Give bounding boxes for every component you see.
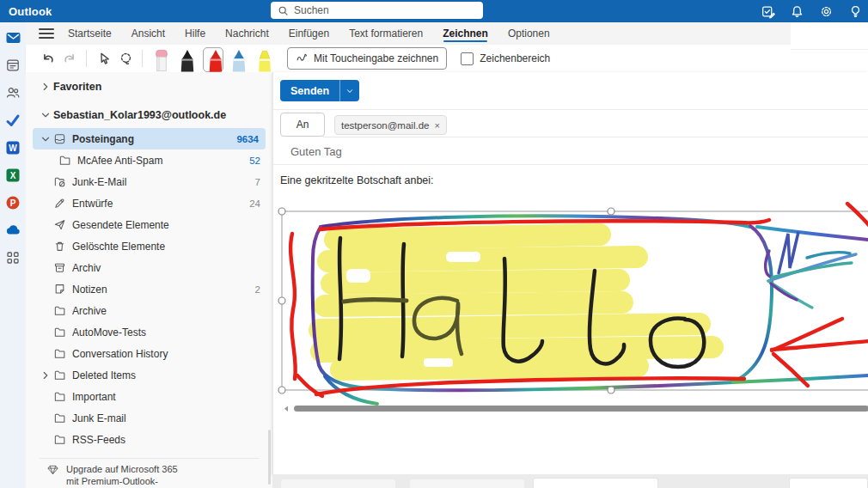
toolbar-separator bbox=[142, 50, 143, 67]
upgrade-text: Upgrade auf Microsoft 365 mit Premium-Ou… bbox=[66, 463, 178, 487]
search-icon bbox=[278, 5, 289, 16]
folder-icon bbox=[53, 390, 72, 403]
chevron-right-icon[interactable] bbox=[40, 81, 53, 93]
search-input[interactable]: Suchen bbox=[271, 2, 483, 19]
canvas-checkbox[interactable]: Zeichenbereich bbox=[461, 52, 550, 65]
background-button bbox=[410, 479, 524, 488]
touch-draw-button[interactable]: Mit Toucheingabe zeichnen bbox=[287, 47, 447, 70]
folder-label: Archiv bbox=[72, 262, 260, 274]
folder-icon bbox=[58, 154, 77, 167]
unread-count: 52 bbox=[249, 156, 260, 166]
yellow-highlighter-tool[interactable] bbox=[254, 48, 275, 72]
ribbon-tab-row: StartseiteAnsichtHilfeNachrichtEinfügenT… bbox=[26, 22, 791, 45]
drafts-icon bbox=[53, 197, 72, 210]
hamburger-menu-icon[interactable] bbox=[39, 28, 54, 39]
undo-button[interactable] bbox=[36, 47, 58, 70]
tab-nachricht[interactable]: Nachricht bbox=[225, 22, 269, 45]
upgrade-link[interactable]: Upgrade auf Microsoft 365 mit Premium-Ou… bbox=[46, 463, 178, 487]
unread-count: 9634 bbox=[236, 134, 259, 144]
chevron-down-icon[interactable] bbox=[40, 109, 53, 121]
background-button bbox=[281, 479, 395, 488]
eraser-tool[interactable] bbox=[151, 48, 172, 72]
folder-item-archive[interactable]: Archive bbox=[26, 300, 272, 321]
background-button bbox=[533, 478, 658, 488]
powerpoint-icon[interactable]: P bbox=[4, 194, 21, 210]
toolbar-separator bbox=[86, 50, 87, 67]
tab-zeichnen[interactable]: Zeichnen bbox=[443, 22, 488, 45]
chevron-right-icon[interactable] bbox=[40, 369, 53, 381]
folder-icon bbox=[53, 412, 72, 424]
tab-einfügen[interactable]: Einfügen bbox=[289, 22, 329, 45]
folder-icon bbox=[53, 326, 72, 339]
account-section[interactable]: Sebastian_Kolar1993@outlook.de bbox=[26, 104, 272, 126]
folder-label: Important bbox=[72, 391, 260, 403]
folder-label: Posteingang bbox=[72, 133, 236, 145]
excel-icon[interactable]: X bbox=[4, 167, 21, 183]
tab-ansicht[interactable]: Ansicht bbox=[131, 22, 165, 45]
todo-icon[interactable] bbox=[4, 112, 21, 128]
top-bar: Outlook Suchen bbox=[0, 0, 868, 22]
folder-item-entw-rfe[interactable]: Entwürfe24 bbox=[26, 192, 272, 214]
folder-item-deleted-items[interactable]: Deleted Items bbox=[26, 364, 272, 386]
folder-label: Conversation History bbox=[72, 348, 260, 360]
galaxy-scribble bbox=[766, 232, 856, 308]
folder-item-posteingang[interactable]: Posteingang9634 bbox=[33, 128, 266, 149]
drawing-canvas[interactable] bbox=[273, 72, 868, 474]
settings-icon[interactable] bbox=[819, 4, 834, 19]
folder-item-gesendete-elemente[interactable]: Gesendete Elemente bbox=[26, 214, 272, 235]
blue-pencil-tool[interactable] bbox=[229, 48, 249, 72]
folder-icon bbox=[53, 347, 72, 360]
people-icon[interactable] bbox=[4, 84, 21, 101]
notifications-icon[interactable] bbox=[790, 4, 804, 19]
calendar-icon[interactable] bbox=[4, 57, 21, 73]
folder-label: Gelöschte Elemente bbox=[72, 241, 260, 253]
lasso-tool-button[interactable] bbox=[114, 47, 137, 70]
red-pen-tool[interactable] bbox=[203, 47, 223, 72]
folder-item-mcafee-anti-spam[interactable]: McAfee Anti-Spam52 bbox=[26, 149, 272, 171]
svg-text:X: X bbox=[10, 171, 16, 180]
folder-item-rss-feeds[interactable]: RSS-Feeds bbox=[26, 429, 272, 450]
black-pen-tool[interactable] bbox=[177, 48, 198, 72]
checkbox-icon[interactable] bbox=[461, 52, 474, 65]
folder-label: AutoMove-Tests bbox=[72, 326, 260, 339]
app-logo[interactable]: Outlook bbox=[9, 5, 52, 18]
folder-item-automove-tests[interactable]: AutoMove-Tests bbox=[26, 321, 272, 343]
folder-label: RSS-Feeds bbox=[72, 434, 260, 446]
mail-icon[interactable] bbox=[4, 29, 21, 46]
apps-icon[interactable] bbox=[4, 249, 21, 265]
pen-gallery bbox=[151, 45, 275, 72]
folder-item-junk-e-mail[interactable]: Junk-E-Mail7 bbox=[26, 171, 272, 192]
redo-button[interactable] bbox=[58, 47, 81, 70]
unread-count: 7 bbox=[255, 177, 260, 187]
tab-optionen[interactable]: Optionen bbox=[508, 22, 550, 45]
favorites-section[interactable]: Favoriten bbox=[26, 76, 272, 97]
canvas-scrollbar[interactable] bbox=[284, 406, 868, 412]
note-icon bbox=[53, 283, 72, 296]
onedrive-icon[interactable] bbox=[4, 222, 21, 238]
unread-count: 24 bbox=[249, 198, 260, 209]
select-tool-button[interactable] bbox=[92, 47, 114, 70]
diamond-icon bbox=[46, 463, 59, 487]
folder-icon bbox=[53, 433, 72, 446]
tab-text-formatieren[interactable]: Text formatieren bbox=[349, 22, 423, 45]
folder-label: McAfee Anti-Spam bbox=[77, 155, 249, 167]
tips-icon[interactable] bbox=[848, 4, 863, 19]
unread-count: 2 bbox=[255, 284, 260, 295]
chevron-down-icon[interactable] bbox=[40, 133, 53, 145]
tab-hilfe[interactable]: Hilfe bbox=[185, 22, 205, 45]
tab-startseite[interactable]: Startseite bbox=[68, 22, 112, 45]
tasks-icon[interactable] bbox=[761, 4, 775, 19]
folder-item-junk-e-mail[interactable]: Junk E-mail bbox=[26, 407, 272, 429]
folder-label: Junk-E-Mail bbox=[72, 176, 255, 188]
folder-icon bbox=[53, 369, 72, 381]
word-icon[interactable]: W bbox=[4, 139, 21, 156]
canvas-checkbox-label: Zeichenbereich bbox=[480, 52, 550, 64]
folder-label: Gesendete Elemente bbox=[72, 219, 260, 231]
folder-item-notizen[interactable]: Notizen2 bbox=[26, 278, 272, 300]
sent-icon bbox=[53, 218, 72, 231]
folder-item-important[interactable]: Important bbox=[26, 386, 272, 407]
folder-item-conversation-history[interactable]: Conversation History bbox=[26, 343, 272, 364]
folder-item-gel-schte-elemente[interactable]: Gelöschte Elemente bbox=[26, 235, 272, 257]
touch-draw-icon bbox=[296, 52, 309, 64]
folder-item-archiv[interactable]: Archiv bbox=[26, 257, 272, 278]
